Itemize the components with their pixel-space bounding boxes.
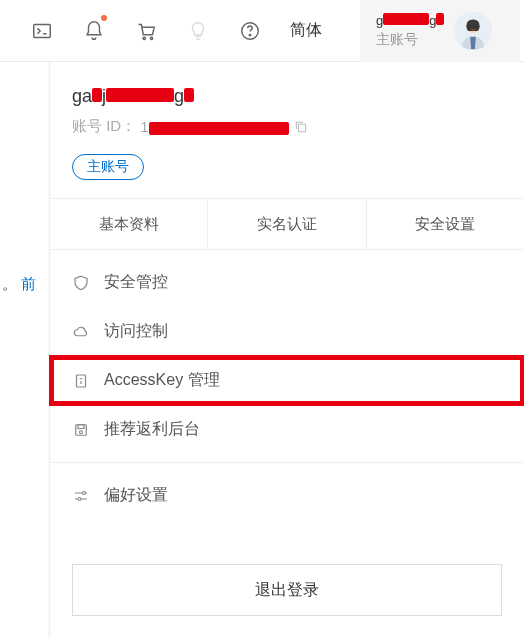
menu-item-label: AccessKey 管理 xyxy=(104,370,220,391)
cloud-icon xyxy=(72,323,90,341)
menu-section: 安全管控 访问控制 AccessKey 管理 推荐返利后台 偏好设置 xyxy=(50,250,524,528)
avatar xyxy=(454,12,492,50)
key-icon xyxy=(72,372,90,390)
account-name: gg xyxy=(376,12,444,30)
logout-section: 退出登录 xyxy=(50,554,524,638)
menu-item-accesskey[interactable]: AccessKey 管理 xyxy=(50,356,524,405)
menu-item-rebate[interactable]: 推荐返利后台 xyxy=(50,405,524,454)
menu-item-label: 访问控制 xyxy=(104,321,168,342)
bell-icon[interactable] xyxy=(68,0,120,62)
svg-point-14 xyxy=(83,491,86,494)
menu-item-label: 安全管控 xyxy=(104,272,168,293)
copy-icon[interactable] xyxy=(293,119,309,135)
account-dropdown-panel: gajg 账号 ID： 1 主账号 基本资料 实名认证 安全设置 安全管控 访问… xyxy=(49,62,524,638)
cart-icon[interactable] xyxy=(120,0,172,62)
profile-username: gajg xyxy=(72,86,502,107)
terminal-icon[interactable] xyxy=(16,0,68,62)
profile-id-row: 账号 ID： 1 xyxy=(72,117,502,136)
svg-point-7 xyxy=(470,25,472,27)
lightbulb-icon[interactable] xyxy=(172,0,224,62)
notification-dot xyxy=(101,15,107,21)
tab-real-name[interactable]: 实名认证 xyxy=(208,199,366,249)
tab-security[interactable]: 安全设置 xyxy=(367,199,524,249)
account-badge: 主账号 xyxy=(72,154,144,180)
account-menu-trigger[interactable]: gg 主账号 xyxy=(360,0,520,62)
help-icon[interactable] xyxy=(224,0,276,62)
background-text: 。 前 xyxy=(2,275,36,294)
svg-point-4 xyxy=(249,34,250,35)
profile-tabs: 基本资料 实名认证 安全设置 xyxy=(50,198,524,250)
profile-section: gajg 账号 ID： 1 主账号 xyxy=(50,62,524,198)
svg-point-15 xyxy=(78,497,81,500)
menu-item-security-control[interactable]: 安全管控 xyxy=(50,258,524,307)
svg-rect-0 xyxy=(34,24,51,37)
svg-point-2 xyxy=(150,37,152,39)
svg-point-1 xyxy=(143,37,145,39)
shield-icon xyxy=(72,274,90,292)
topbar-icons xyxy=(0,0,276,62)
menu-item-access-control[interactable]: 访问控制 xyxy=(50,307,524,356)
tab-basic-info[interactable]: 基本资料 xyxy=(50,199,208,249)
logout-button[interactable]: 退出登录 xyxy=(72,564,502,616)
sliders-icon xyxy=(72,487,90,505)
svg-point-8 xyxy=(475,25,477,27)
menu-item-label: 推荐返利后台 xyxy=(104,419,200,440)
svg-point-13 xyxy=(80,430,83,433)
menu-item-preferences[interactable]: 偏好设置 xyxy=(50,471,524,520)
profile-id-value: 1 xyxy=(140,118,288,135)
account-type: 主账号 xyxy=(376,30,444,50)
svg-rect-9 xyxy=(298,124,305,131)
topbar: 简体 gg 主账号 xyxy=(0,0,524,62)
menu-item-label: 偏好设置 xyxy=(104,485,168,506)
svg-rect-12 xyxy=(78,424,84,428)
disk-icon xyxy=(72,421,90,439)
profile-id-label: 账号 ID： xyxy=(72,117,136,136)
divider xyxy=(50,462,524,463)
language-selector[interactable]: 简体 xyxy=(276,20,336,41)
